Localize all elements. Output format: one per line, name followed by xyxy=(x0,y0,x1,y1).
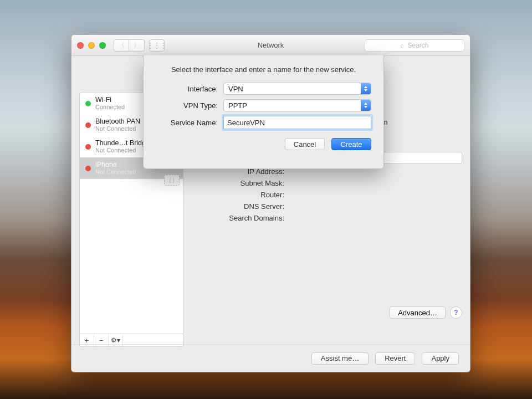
advanced-button[interactable]: Advanced… xyxy=(390,306,446,319)
search-domains-label: Search Domains: xyxy=(190,214,290,222)
service-name-label: Service Name: xyxy=(156,119,223,127)
forward-button[interactable]: 〉 xyxy=(129,39,145,52)
grid-icon: ⋮⋮⋮ xyxy=(147,42,167,49)
sidebar-item-status: Not Connected xyxy=(95,147,150,154)
zoom-icon[interactable] xyxy=(99,42,106,49)
vpn-type-value: PPTP xyxy=(228,101,247,110)
new-service-sheet: Select the interface and enter a name fo… xyxy=(143,55,384,169)
dns-server-label: DNS Server: xyxy=(190,202,290,211)
vpn-type-label: VPN Type: xyxy=(156,101,223,110)
interface-label: Interface: xyxy=(156,85,223,93)
router-label: Router: xyxy=(190,191,290,199)
sidebar-item-status: Connected xyxy=(95,104,125,111)
chevron-left-icon: 〈 xyxy=(118,40,125,50)
sheet-instruction: Select the interface and enter a name fo… xyxy=(156,65,371,74)
minus-icon: − xyxy=(99,336,104,345)
close-icon[interactable] xyxy=(77,42,84,49)
nav-back-forward: 〈 〉 xyxy=(114,39,145,52)
status-dot-icon xyxy=(85,122,91,128)
create-button[interactable]: Create xyxy=(331,138,371,150)
status-dot-icon xyxy=(85,166,91,171)
interface-value: VPN xyxy=(228,85,243,93)
service-name-field[interactable]: SecureVPN xyxy=(223,116,371,129)
service-name-value: SecureVPN xyxy=(227,119,265,127)
back-button[interactable]: 〈 xyxy=(114,39,129,52)
assist-me-button[interactable]: Assist me… xyxy=(311,352,369,365)
drag-handle-icon[interactable]: ⟨ ⟩ xyxy=(164,175,180,186)
revert-button[interactable]: Revert xyxy=(375,352,415,365)
sidebar-item-label: Thunde…t Bridge xyxy=(95,139,150,147)
sidebar-item-label: Wi-Fi xyxy=(95,96,125,104)
titlebar: 〈 〉 ⋮⋮⋮ Network ⌕ Search xyxy=(71,35,470,56)
chevron-right-icon: 〉 xyxy=(134,40,140,50)
vpn-type-popup[interactable]: PPTP xyxy=(223,99,371,111)
sidebar-item-status: Not Connected xyxy=(95,168,136,176)
subnet-mask-label: Subnet Mask: xyxy=(190,179,290,187)
bottom-bar: Assist me… Revert Apply xyxy=(71,344,470,372)
gear-icon: ⚙︎▾ xyxy=(111,336,120,344)
status-dot-icon xyxy=(85,144,91,150)
plus-icon: + xyxy=(85,336,89,345)
show-all-button[interactable]: ⋮⋮⋮ xyxy=(149,39,165,52)
help-icon: ? xyxy=(454,309,458,316)
status-dot-icon xyxy=(85,101,91,106)
desktop-background: 〈 〉 ⋮⋮⋮ Network ⌕ Search xyxy=(0,0,532,399)
search-input[interactable]: ⌕ Search xyxy=(365,39,464,52)
sidebar-item-label: iPhone xyxy=(95,161,136,168)
minimize-icon[interactable] xyxy=(88,42,95,49)
popup-arrows-icon xyxy=(361,83,371,94)
popup-arrows-icon xyxy=(361,100,371,111)
search-placeholder: Search xyxy=(407,42,428,49)
help-button[interactable]: ? xyxy=(450,306,462,319)
cancel-button[interactable]: Cancel xyxy=(285,138,325,150)
window-controls xyxy=(77,42,106,49)
search-icon: ⌕ xyxy=(400,42,404,49)
sidebar-item-label: Bluetooth PAN xyxy=(95,117,140,125)
apply-button[interactable]: Apply xyxy=(422,352,459,365)
sidebar-item-status: Not Connected xyxy=(95,125,140,132)
interface-popup[interactable]: VPN xyxy=(223,83,371,95)
